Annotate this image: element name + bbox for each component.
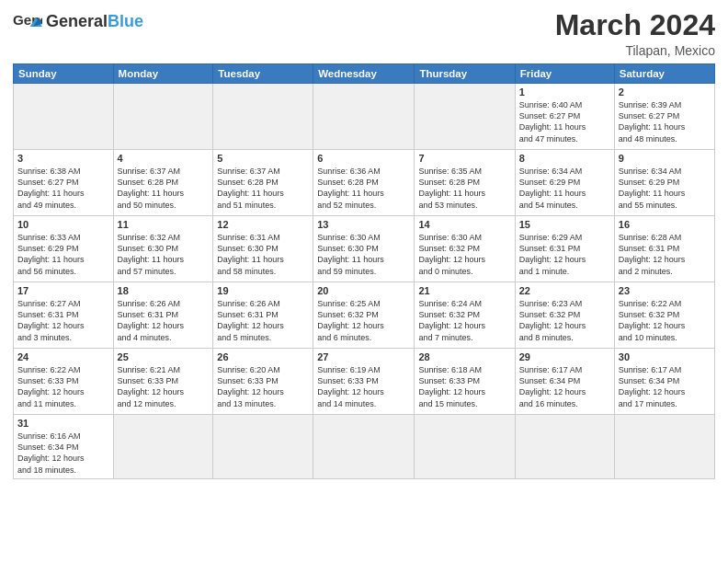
calendar-cell: 22Sunrise: 6:23 AM Sunset: 6:32 PM Dayli… [515,282,614,349]
calendar-week-4: 24Sunrise: 6:22 AM Sunset: 6:33 PM Dayli… [14,349,715,415]
day-info: Sunrise: 6:33 AM Sunset: 6:29 PM Dayligh… [17,232,109,277]
calendar-header-monday: Monday [113,64,213,84]
day-info: Sunrise: 6:26 AM Sunset: 6:31 PM Dayligh… [118,298,210,343]
calendar-cell: 18Sunrise: 6:26 AM Sunset: 6:31 PM Dayli… [113,282,213,349]
calendar-cell: 5Sunrise: 6:37 AM Sunset: 6:28 PM Daylig… [213,150,313,216]
calendar-cell [213,415,313,479]
calendar-header-tuesday: Tuesday [213,64,313,84]
day-number: 30 [619,351,711,362]
calendar-cell: 7Sunrise: 6:35 AM Sunset: 6:28 PM Daylig… [415,150,515,216]
calendar-cell [113,84,213,150]
calendar: SundayMondayTuesdayWednesdayThursdayFrid… [13,63,715,479]
calendar-cell: 28Sunrise: 6:18 AM Sunset: 6:33 PM Dayli… [415,349,515,415]
calendar-cell: 17Sunrise: 6:27 AM Sunset: 6:31 PM Dayli… [14,282,114,349]
day-info: Sunrise: 6:16 AM Sunset: 6:34 PM Dayligh… [17,431,109,476]
day-info: Sunrise: 6:30 AM Sunset: 6:30 PM Dayligh… [317,232,410,277]
day-number: 1 [519,86,610,98]
calendar-cell: 25Sunrise: 6:21 AM Sunset: 6:33 PM Dayli… [113,349,213,415]
calendar-cell: 31Sunrise: 6:16 AM Sunset: 6:34 PM Dayli… [14,415,114,479]
day-info: Sunrise: 6:39 AM Sunset: 6:27 PM Dayligh… [619,99,711,144]
month-title: March 2024 [555,9,715,41]
day-number: 31 [17,418,109,429]
calendar-cell [313,415,415,479]
day-number: 20 [317,285,410,296]
calendar-cell: 29Sunrise: 6:17 AM Sunset: 6:34 PM Dayli… [515,349,614,415]
calendar-header-thursday: Thursday [415,64,515,84]
calendar-cell: 27Sunrise: 6:19 AM Sunset: 6:33 PM Dayli… [313,349,415,415]
calendar-cell: 4Sunrise: 6:37 AM Sunset: 6:28 PM Daylig… [113,150,213,216]
day-info: Sunrise: 6:22 AM Sunset: 6:32 PM Dayligh… [619,298,711,343]
day-info: Sunrise: 6:29 AM Sunset: 6:31 PM Dayligh… [519,232,610,277]
logo-blue-text: Blue [108,12,143,30]
logo-icon: General [13,9,42,35]
calendar-cell [415,415,515,479]
calendar-week-0: 1Sunrise: 6:40 AM Sunset: 6:27 PM Daylig… [14,84,715,150]
day-number: 16 [619,219,711,230]
calendar-cell: 2Sunrise: 6:39 AM Sunset: 6:27 PM Daylig… [614,84,714,150]
day-number: 4 [118,153,210,164]
day-number: 3 [17,153,109,164]
calendar-cell [515,415,614,479]
logo-general-text: General [46,12,108,30]
calendar-header-sunday: Sunday [14,64,114,84]
calendar-cell: 26Sunrise: 6:20 AM Sunset: 6:33 PM Dayli… [213,349,313,415]
calendar-cell: 30Sunrise: 6:17 AM Sunset: 6:34 PM Dayli… [614,349,714,415]
calendar-cell: 23Sunrise: 6:22 AM Sunset: 6:32 PM Dayli… [614,282,714,349]
day-number: 12 [217,219,309,230]
day-info: Sunrise: 6:35 AM Sunset: 6:28 PM Dayligh… [418,166,510,211]
calendar-cell: 15Sunrise: 6:29 AM Sunset: 6:31 PM Dayli… [515,216,614,282]
calendar-cell: 12Sunrise: 6:31 AM Sunset: 6:30 PM Dayli… [213,216,313,282]
calendar-cell: 1Sunrise: 6:40 AM Sunset: 6:27 PM Daylig… [515,84,614,150]
calendar-cell: 8Sunrise: 6:34 AM Sunset: 6:29 PM Daylig… [515,150,614,216]
day-number: 26 [217,351,309,362]
day-number: 2 [619,86,711,98]
day-number: 11 [118,219,210,230]
day-number: 19 [217,285,309,296]
calendar-cell: 3Sunrise: 6:38 AM Sunset: 6:27 PM Daylig… [14,150,114,216]
day-info: Sunrise: 6:36 AM Sunset: 6:28 PM Dayligh… [317,166,410,211]
day-info: Sunrise: 6:27 AM Sunset: 6:31 PM Dayligh… [17,298,109,343]
day-number: 5 [217,153,309,164]
day-number: 27 [317,351,410,362]
day-info: Sunrise: 6:34 AM Sunset: 6:29 PM Dayligh… [519,166,610,211]
calendar-cell: 13Sunrise: 6:30 AM Sunset: 6:30 PM Dayli… [313,216,415,282]
day-number: 28 [418,351,510,362]
calendar-cell: 6Sunrise: 6:36 AM Sunset: 6:28 PM Daylig… [313,150,415,216]
day-number: 17 [17,285,109,296]
calendar-cell [113,415,213,479]
day-number: 15 [519,219,610,230]
day-info: Sunrise: 6:37 AM Sunset: 6:28 PM Dayligh… [217,166,309,211]
day-info: Sunrise: 6:20 AM Sunset: 6:33 PM Dayligh… [217,364,309,409]
calendar-header-row: SundayMondayTuesdayWednesdayThursdayFrid… [14,64,715,84]
day-number: 23 [619,285,711,296]
calendar-cell [614,415,714,479]
day-number: 7 [418,153,510,164]
calendar-cell: 21Sunrise: 6:24 AM Sunset: 6:32 PM Dayli… [415,282,515,349]
calendar-cell [313,84,415,150]
day-info: Sunrise: 6:31 AM Sunset: 6:30 PM Dayligh… [217,232,309,277]
calendar-cell [415,84,515,150]
calendar-cell: 10Sunrise: 6:33 AM Sunset: 6:29 PM Dayli… [14,216,114,282]
day-info: Sunrise: 6:24 AM Sunset: 6:32 PM Dayligh… [418,298,510,343]
calendar-header-friday: Friday [515,64,614,84]
day-number: 13 [317,219,410,230]
day-info: Sunrise: 6:40 AM Sunset: 6:27 PM Dayligh… [519,99,610,144]
calendar-week-5: 31Sunrise: 6:16 AM Sunset: 6:34 PM Dayli… [14,415,715,479]
calendar-week-2: 10Sunrise: 6:33 AM Sunset: 6:29 PM Dayli… [14,216,715,282]
header: General GeneralBlue March 2024 Tilapan, … [13,9,715,58]
day-info: Sunrise: 6:38 AM Sunset: 6:27 PM Dayligh… [17,166,109,211]
calendar-cell: 14Sunrise: 6:30 AM Sunset: 6:32 PM Dayli… [415,216,515,282]
logo-text: GeneralBlue [46,13,143,31]
day-info: Sunrise: 6:19 AM Sunset: 6:33 PM Dayligh… [317,364,410,409]
day-info: Sunrise: 6:22 AM Sunset: 6:33 PM Dayligh… [17,364,109,409]
calendar-cell [14,84,114,150]
day-info: Sunrise: 6:32 AM Sunset: 6:30 PM Dayligh… [118,232,210,277]
day-info: Sunrise: 6:25 AM Sunset: 6:32 PM Dayligh… [317,298,410,343]
logo: General GeneralBlue [13,9,143,35]
day-number: 25 [118,351,210,362]
day-number: 10 [17,219,109,230]
title-block: March 2024 Tilapan, Mexico [555,9,715,58]
calendar-cell: 20Sunrise: 6:25 AM Sunset: 6:32 PM Dayli… [313,282,415,349]
day-number: 14 [418,219,510,230]
day-info: Sunrise: 6:21 AM Sunset: 6:33 PM Dayligh… [118,364,210,409]
